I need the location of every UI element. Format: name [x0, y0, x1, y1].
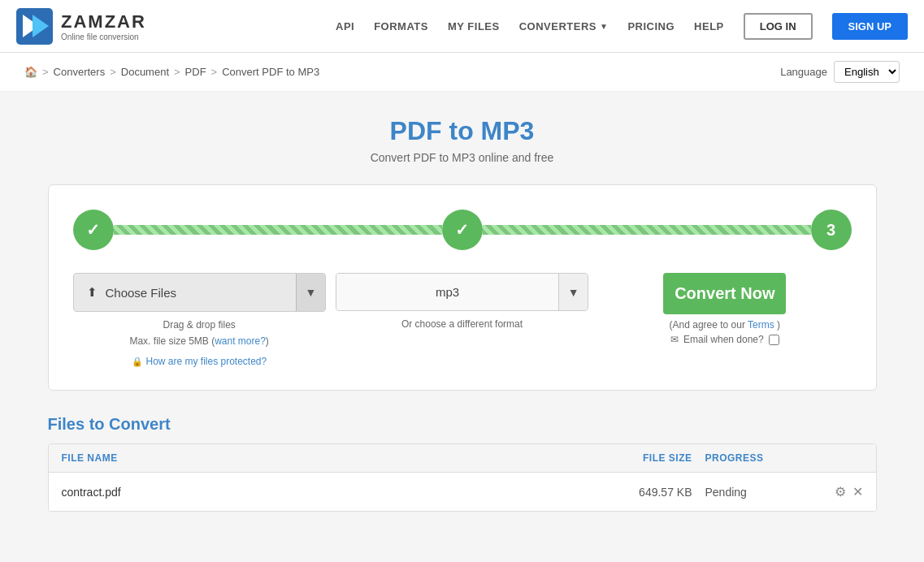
files-title: Files to Convert: [48, 415, 877, 434]
logo-text: ZAMZAR Online file conversion: [61, 11, 146, 41]
row-remove-button[interactable]: ✕: [852, 484, 863, 499]
cell-progress: Pending: [692, 486, 814, 499]
nav-api[interactable]: API: [336, 20, 354, 32]
page-subtitle: Convert PDF to MP3 online and free: [48, 151, 877, 164]
format-helper-text: Or choose a different format: [336, 316, 588, 332]
page-title: PDF to MP3: [48, 116, 877, 146]
chevron-down-icon: ▼: [305, 286, 316, 299]
cell-actions: ⚙ ✕: [814, 484, 863, 499]
want-more-link[interactable]: want more?: [215, 335, 266, 347]
language-label: Language: [780, 66, 827, 78]
step-line-1: [114, 225, 442, 235]
file-chooser-wrapper: ⬆ Choose Files ▼ Drag & drop files Max. …: [73, 273, 326, 370]
nav-help[interactable]: HELP: [694, 20, 724, 32]
breadcrumb-current: Convert PDF to MP3: [222, 66, 319, 78]
choose-files-button[interactable]: ⬆ Choose Files: [74, 274, 296, 311]
lock-icon: 🔒: [132, 357, 143, 366]
col-header-progress: PROGRESS: [692, 452, 814, 464]
row-settings-button[interactable]: ⚙: [835, 484, 846, 499]
file-helper-text: Drag & drop files Max. file size 5MB (wa…: [73, 317, 326, 370]
col-header-filename: FILE NAME: [62, 452, 595, 464]
format-chevron-icon: ▼: [568, 286, 579, 299]
email-label: Email when done?: [683, 334, 764, 345]
breadcrumb-document[interactable]: Document: [121, 66, 169, 78]
breadcrumb-pdf[interactable]: PDF: [185, 66, 206, 78]
files-section: Files to Convert FILE NAME FILE SIZE PRO…: [48, 415, 877, 512]
breadcrumb-bar: 🏠 > Converters > Document > PDF > Conver…: [0, 53, 924, 92]
step-line-2: [483, 225, 811, 235]
format-chooser-wrapper: mp3 ▼ Or choose a different format: [336, 273, 588, 332]
steps-indicator: ✓ ✓ 3: [73, 210, 852, 250]
page-content: PDF to MP3 Convert PDF to MP3 online and…: [32, 92, 893, 536]
agree-text: (And agree to our Terms ): [670, 319, 781, 331]
logo-icon: [16, 8, 53, 45]
files-table-header: FILE NAME FILE SIZE PROGRESS: [49, 444, 876, 473]
brand-tagline: Online file conversion: [61, 32, 146, 41]
cell-filesize: 649.57 KB: [595, 486, 692, 499]
nav-myfiles[interactable]: MY FILES: [448, 20, 500, 32]
convert-wrapper: Convert Now (And agree to our Terms ) ✉ …: [598, 273, 851, 345]
header: ZAMZAR Online file conversion API FORMAT…: [0, 0, 924, 53]
drag-drop-label: Drag & drop files: [73, 317, 326, 333]
table-row: contract.pdf 649.57 KB Pending ⚙ ✕: [49, 473, 876, 511]
main-nav: API FORMATS MY FILES CONVERTERS ▼ PRICIN…: [336, 13, 908, 40]
breadcrumb-converters[interactable]: Converters: [54, 66, 106, 78]
max-size-text: Max. file size 5MB (want more?): [73, 333, 326, 349]
converters-dropdown-icon: ▼: [600, 22, 608, 31]
nav-formats[interactable]: FORMATS: [374, 20, 428, 32]
signup-button[interactable]: SIGN UP: [832, 13, 908, 40]
email-row: ✉ Email when done?: [670, 334, 779, 345]
step-2-circle: ✓: [442, 210, 483, 250]
file-chooser-dropdown-button[interactable]: ▼: [296, 274, 325, 311]
email-checkbox[interactable]: [769, 335, 779, 345]
terms-link[interactable]: Terms: [748, 319, 774, 331]
nav-pricing[interactable]: PRICING: [627, 20, 675, 32]
language-select[interactable]: English: [834, 61, 900, 83]
format-chooser: mp3 ▼: [336, 273, 588, 311]
nav-converters[interactable]: CONVERTERS ▼: [519, 20, 609, 32]
converter-row: ⬆ Choose Files ▼ Drag & drop files Max. …: [73, 273, 852, 370]
email-icon: ✉: [670, 334, 679, 345]
file-protection-link[interactable]: How are my files protected?: [145, 356, 267, 367]
files-table: FILE NAME FILE SIZE PROGRESS contract.pd…: [48, 443, 877, 512]
language-area: Language English: [780, 61, 900, 83]
step-1-circle: ✓: [73, 210, 114, 250]
upload-icon: ⬆: [87, 285, 98, 300]
login-button[interactable]: LOG IN: [744, 13, 813, 40]
format-dropdown-button[interactable]: ▼: [558, 274, 588, 310]
file-chooser: ⬆ Choose Files ▼: [73, 273, 326, 312]
brand-name: ZAMZAR: [61, 11, 146, 32]
logo-link[interactable]: ZAMZAR Online file conversion: [16, 8, 146, 45]
col-header-filesize: FILE SIZE: [595, 452, 692, 464]
choose-files-label: Choose Files: [106, 286, 177, 300]
breadcrumb-home[interactable]: 🏠: [24, 66, 37, 78]
format-display: mp3: [336, 274, 558, 310]
step-3-circle: 3: [811, 210, 852, 250]
convert-now-button[interactable]: Convert Now: [663, 273, 786, 314]
cell-filename: contract.pdf: [62, 486, 595, 499]
breadcrumb: 🏠 > Converters > Document > PDF > Conver…: [24, 66, 319, 78]
conversion-card: ✓ ✓ 3 ⬆ Choose Files ▼ Drag: [48, 184, 877, 391]
